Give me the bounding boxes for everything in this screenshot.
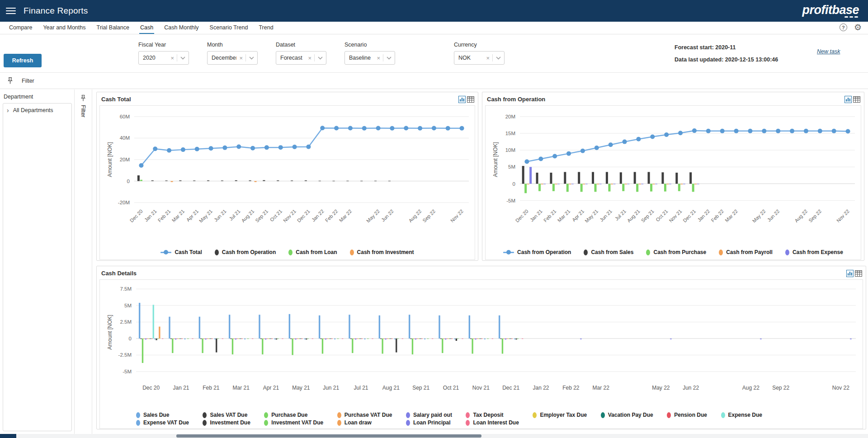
selected-value: Baseline [349,55,371,61]
column-chart-view-icon[interactable] [844,96,852,103]
clear-icon[interactable]: × [305,55,314,61]
legend-cash-from-operation[interactable]: Cash from Operation [503,249,571,255]
legend-salary-paid-out[interactable]: Salary paid out [406,412,452,418]
legend-loan-principal[interactable]: Loan Principal [406,419,452,426]
legend-employer-tax-due[interactable]: Employer Tax Due [533,412,587,418]
svg-text:Nov 22: Nov 22 [449,208,464,223]
table-view-icon[interactable] [853,96,860,103]
legend-label: Cash from Investment [357,249,414,255]
clear-icon[interactable]: × [483,55,492,61]
legend-column: Tax DepositLoan Interest Due [466,412,519,426]
filter-bar: Filter [0,72,868,89]
svg-text:Jan 21: Jan 21 [143,208,158,223]
cash-from-operation-chart: 20M15M10M5M0-5MAmount [NOK]Dec 20Jan 21F… [485,105,861,260]
tab-compare[interactable]: Compare [8,22,33,34]
legend-tax-deposit[interactable]: Tax Deposit [466,412,519,418]
clear-icon[interactable]: × [236,55,245,61]
tree-item-all-departments[interactable]: › All Departments [3,104,71,117]
legend-investment-due[interactable]: Investment Due [203,419,250,426]
tab-scenario-trend[interactable]: Scenario Trend [209,22,249,34]
svg-text:Dec 20: Dec 20 [129,208,144,223]
pin-icon[interactable] [6,77,14,85]
svg-text:Sep 21: Sep 21 [412,385,429,391]
legend-column: Vacation Pay Due [601,412,653,426]
svg-text:Aug 21: Aug 21 [382,385,400,391]
clear-icon[interactable]: × [168,55,177,61]
legend-label: Investment Due [210,419,250,426]
column-chart-view-icon[interactable] [458,96,466,103]
svg-text:May 22: May 22 [365,208,381,224]
legend-cash-from-loan[interactable]: Cash from Loan [288,249,337,255]
legend-cash-from-sales[interactable]: Cash from Sales [584,249,633,255]
legend-column: Expense Due [721,412,762,426]
legend-vacation-pay-due[interactable]: Vacation Pay Due [601,412,653,418]
svg-text:Sep 21: Sep 21 [254,208,269,223]
pin-icon[interactable] [80,94,87,102]
svg-text:Amount [NOK]: Amount [NOK] [107,315,113,349]
legend-label: Cash from Operation [222,249,276,255]
legend-expense-due[interactable]: Expense Due [721,412,762,418]
hamburger-menu-icon[interactable] [6,6,16,16]
scenario-select[interactable]: Baseline× [344,51,395,65]
filter-strip-label[interactable]: Filter [80,105,86,118]
report-tabs: CompareYear and MonthsTrial BalanceCashC… [0,22,868,34]
chevron-down-icon[interactable] [246,57,257,60]
help-icon[interactable]: ? [840,24,847,31]
table-view-icon[interactable] [467,96,474,103]
legend-label: Expense Due [728,412,762,418]
svg-text:Jun 21: Jun 21 [213,208,227,223]
tab-cash[interactable]: Cash [139,22,154,34]
currency-select[interactable]: NOK× [454,51,505,65]
svg-text:May 21: May 21 [292,385,310,391]
chevron-down-icon[interactable] [177,57,189,60]
svg-text:May 21: May 21 [198,208,213,224]
svg-text:Jul 21: Jul 21 [614,208,627,221]
tab-trend[interactable]: Trend [258,22,274,34]
chevron-down-icon[interactable] [493,57,504,60]
legend-cash-total[interactable]: Cash Total [160,249,202,255]
legend-loan-interest-due[interactable]: Loan Interest Due [466,419,519,426]
line-series-marker [160,249,171,255]
forecast-meta: Forecast start: 2020-11 Data last update… [675,45,778,62]
legend-expense-vat-due[interactable]: Expense VAT Due [136,419,189,426]
legend-cash-from-investment[interactable]: Cash from Investment [350,249,414,255]
clear-icon[interactable]: × [374,55,383,61]
legend-cash-from-purchase[interactable]: Cash from Purchase [646,249,706,255]
scrollbar-thumb[interactable] [176,434,481,438]
svg-text:Jan 21: Jan 21 [173,385,189,391]
gear-icon[interactable]: ⚙ [854,23,862,32]
legend-cash-from-operation[interactable]: Cash from Operation [215,249,276,255]
svg-text:Dec 20: Dec 20 [514,208,529,223]
refresh-button[interactable]: Refresh [4,54,42,67]
legend-purchase-due[interactable]: Purchase Due [264,412,323,418]
department-sidebar: Department › All Departments [0,89,74,438]
new-task-link[interactable]: New task [817,48,840,55]
table-view-icon[interactable] [855,270,862,277]
tab-cash-monthly[interactable]: Cash Monthly [163,22,199,34]
legend-cash-from-expense[interactable]: Cash from Expense [785,249,843,255]
legend-label: Employer Tax Due [540,412,587,418]
legend-pension-due[interactable]: Pension Due [667,412,707,418]
legend-investment-vat-due[interactable]: Investment VAT Due [264,419,323,426]
chevron-down-icon[interactable] [383,57,395,60]
fiscal-year-select[interactable]: 2020× [138,51,189,65]
legend-loan-draw[interactable]: Loan draw [337,419,392,426]
column-chart-view-icon[interactable] [846,270,854,277]
selected-value: December [212,55,236,61]
svg-text:Mar 22: Mar 22 [338,208,353,223]
tab-year-and-months[interactable]: Year and Months [42,22,86,34]
legend-cash-from-payroll[interactable]: Cash from Payroll [719,249,773,255]
dataset-select[interactable]: Forecast× [276,51,326,65]
legend-sales-due[interactable]: Sales Due [136,412,189,418]
svg-text:Dec 20: Dec 20 [142,385,160,391]
svg-text:60M: 60M [120,114,130,119]
series-color-dot [288,250,292,255]
legend-label: Expense VAT Due [143,419,189,426]
series-color-dot [203,420,207,426]
legend-sales-vat-due[interactable]: Sales VAT Due [203,412,250,418]
chevron-down-icon[interactable] [315,57,326,60]
tab-trial-balance[interactable]: Trial Balance [95,22,130,34]
legend-purchase-vat-due[interactable]: Purchase VAT Due [337,412,392,418]
month-select[interactable]: December× [207,51,258,65]
filter-field-month: MonthDecember× [207,42,258,65]
